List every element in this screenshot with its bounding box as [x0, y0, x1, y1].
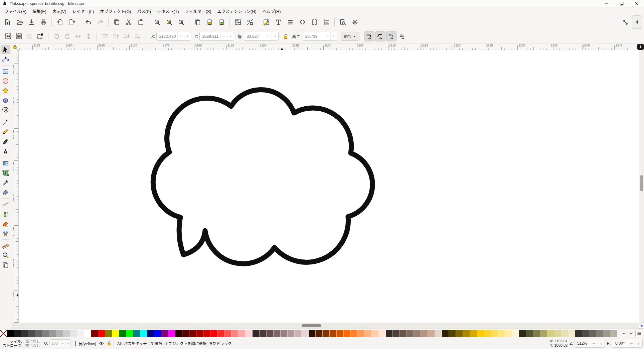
cut-button[interactable] — [123, 17, 134, 27]
close-button[interactable] — [629, 0, 644, 7]
color-swatch-ffcc00[interactable] — [477, 330, 484, 337]
spiral-tool-button[interactable] — [1, 106, 10, 115]
document-properties-button[interactable] — [309, 17, 320, 27]
palette-menu-button[interactable] — [635, 330, 643, 337]
color-swatch-666666[interactable] — [35, 330, 42, 337]
layers-dialog-button[interactable] — [285, 17, 296, 27]
color-swatch-999999[interactable] — [49, 330, 56, 337]
x-increment-button[interactable]: + — [184, 32, 191, 40]
paste-button[interactable] — [135, 17, 146, 27]
text-dialog-button[interactable] — [273, 17, 284, 27]
ungroup-button[interactable] — [245, 17, 255, 27]
color-swatch-00ff00[interactable] — [126, 330, 133, 337]
color-swatch-d4aa00[interactable] — [470, 330, 477, 337]
color-swatch-ccab99[interactable] — [428, 330, 435, 337]
snap-toggle-icon[interactable] — [621, 18, 629, 26]
color-swatch-ffd42a[interactable] — [484, 330, 491, 337]
unit-dropdown[interactable]: mm — [341, 32, 359, 41]
minimize-button[interactable] — [599, 0, 614, 7]
ellipse-tool-button[interactable] — [1, 77, 10, 86]
transform-stroke-toggle[interactable] — [364, 31, 374, 41]
layer-lock-icon[interactable] — [107, 341, 112, 346]
y-input[interactable]: 1829.311 − + — [199, 32, 234, 41]
color-swatch-554400[interactable] — [449, 330, 456, 337]
color-swatch-d45500[interactable] — [337, 330, 344, 337]
x-input[interactable]: 2172.430 − + — [156, 32, 191, 41]
color-swatch-4d3939[interactable] — [260, 330, 267, 337]
height-value[interactable]: 26.739 — [303, 34, 324, 39]
color-swatch-2b2200[interactable] — [442, 330, 449, 337]
color-swatch-806600[interactable] — [456, 330, 463, 337]
maximize-button[interactable] — [614, 0, 629, 7]
print-button[interactable] — [38, 17, 49, 27]
rotation-input[interactable]: 0.00° − + — [612, 339, 643, 348]
swatch-none[interactable] — [0, 330, 7, 337]
color-swatch-ffffff[interactable] — [84, 330, 91, 337]
color-swatch-2b0000[interactable] — [175, 330, 182, 337]
zoom-tool-button[interactable] — [1, 251, 10, 260]
y-increment-button[interactable]: + — [227, 32, 234, 40]
color-swatch-ff00ff[interactable] — [168, 330, 175, 337]
spray-tool-button[interactable] — [1, 210, 10, 219]
color-swatch-806b60[interactable] — [407, 330, 414, 337]
pencil-tool-button[interactable] — [1, 127, 10, 136]
node-editor-button[interactable] — [1, 55, 10, 64]
color-swatch-66564d[interactable] — [400, 330, 407, 337]
palette-scroll-up-button[interactable] — [621, 330, 628, 337]
select-all-layers-button[interactable] — [13, 31, 24, 42]
zoom-to-drawing-button[interactable] — [164, 17, 174, 27]
x-decrement-button[interactable]: − — [177, 32, 184, 40]
snap-panel-collapse-button[interactable] — [632, 15, 642, 29]
color-swatch-b39999[interactable] — [288, 330, 295, 337]
color-swatch-998073[interactable] — [414, 330, 421, 337]
color-swatch-807d4d[interactable] — [533, 330, 540, 337]
menu-item-レイヤーL[interactable]: レイヤー(L) — [69, 7, 97, 15]
color-swatch-d40000[interactable] — [203, 330, 210, 337]
selector-button[interactable] — [1, 45, 10, 54]
menu-item-編集E[interactable]: 編集(E) — [29, 7, 49, 15]
menu-item-オブジェクトO[interactable]: オブジェクト(O) — [97, 7, 134, 15]
color-swatch-0000ff[interactable] — [154, 330, 161, 337]
zoom-decrement-button[interactable]: − — [590, 339, 597, 347]
layer-name[interactable]: 黄(yellow) — [78, 341, 96, 346]
undo-button[interactable] — [83, 17, 94, 27]
transform-corners-toggle[interactable] — [375, 31, 385, 41]
color-swatch-ffd5d5[interactable] — [246, 330, 253, 337]
color-swatch-4d4d4d[interactable] — [28, 330, 35, 337]
color-swatch-ffccaa[interactable] — [372, 330, 379, 337]
color-swatch-ffdd55[interactable] — [491, 330, 498, 337]
page-indicator-badge[interactable]: 1 — [637, 44, 644, 50]
gradient-tool-button[interactable] — [1, 159, 10, 168]
opacity-decrement-button[interactable]: − — [60, 340, 65, 347]
transform-patterns-toggle[interactable] — [397, 31, 408, 41]
color-swatch-e6e6e6[interactable] — [70, 330, 77, 337]
color-swatch-664d4d[interactable] — [267, 330, 274, 337]
color-swatch-552200[interactable] — [316, 330, 323, 337]
color-swatch-aaa666[interactable] — [540, 330, 547, 337]
fill-stroke-dialog-button[interactable] — [261, 17, 272, 27]
new-document-button[interactable] — [2, 17, 13, 27]
create-clone-button[interactable] — [204, 17, 215, 27]
connector-tool-button[interactable] — [1, 229, 10, 238]
color-swatch-ffb380[interactable] — [365, 330, 372, 337]
color-swatch-33332b[interactable] — [575, 330, 582, 337]
color-swatch-555433[interactable] — [526, 330, 533, 337]
eraser-tool-button[interactable] — [1, 219, 10, 228]
color-swatch-008080[interactable] — [133, 330, 140, 337]
color-swatch-ffeeaa[interactable] — [505, 330, 512, 337]
dropper-tool-button[interactable] — [1, 178, 10, 187]
color-swatch-99998e[interactable] — [603, 330, 610, 337]
menu-item-表示V[interactable]: 表示(V) — [49, 7, 69, 15]
zoom-increment-button[interactable]: + — [597, 339, 605, 347]
menu-item-エクステンションN[interactable]: エクステンション(N) — [214, 7, 259, 15]
rectangle-tool-button[interactable] — [1, 67, 10, 76]
color-swatch-ff8080[interactable] — [231, 330, 238, 337]
color-swatch-ff6600[interactable] — [344, 330, 351, 337]
color-swatch-f2f2f2[interactable] — [77, 330, 84, 337]
color-swatch-ffe680[interactable] — [498, 330, 505, 337]
color-swatch-aa8800[interactable] — [463, 330, 470, 337]
color-swatch-1a1a1a[interactable] — [14, 330, 21, 337]
color-swatch-00ffff[interactable] — [140, 330, 147, 337]
fill-stroke-indicator[interactable]: フィル: 該当なし ストローク: 該当なし — [3, 339, 40, 348]
color-swatch-998080[interactable] — [281, 330, 288, 337]
